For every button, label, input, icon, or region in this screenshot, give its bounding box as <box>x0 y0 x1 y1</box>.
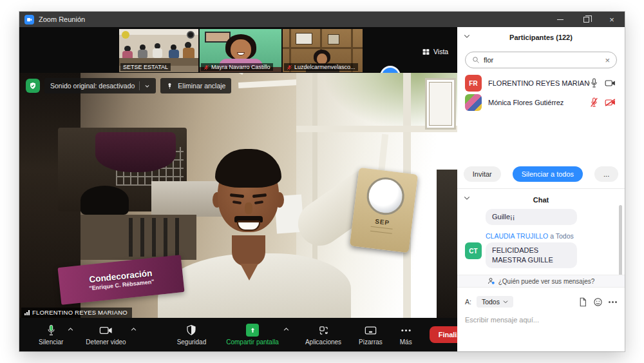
mic-on-icon <box>590 78 598 88</box>
apps-button[interactable]: Aplicaciones <box>305 324 341 346</box>
recipient-dropdown[interactable]: Todos <box>477 296 513 308</box>
pill-divider <box>139 81 140 90</box>
stop-video-button[interactable]: Detener video <box>86 324 126 346</box>
speaker-neck <box>232 235 265 266</box>
video-thumbnail-setse[interactable]: SETSE ESTATAL <box>119 29 198 72</box>
doorway-shadow <box>437 170 457 318</box>
mute-all-button[interactable]: Silenciar a todos <box>513 166 583 182</box>
chevron-down-icon <box>503 300 508 304</box>
stop-video-label: Detener video <box>86 338 126 346</box>
share-options-caret[interactable] <box>283 327 289 331</box>
collapse-chat-icon[interactable] <box>464 195 470 201</box>
muted-mic-icon <box>204 64 209 70</box>
chat-sender-to: a Todos <box>550 232 574 240</box>
mute-label: Silenciar <box>39 338 63 346</box>
participant-row[interactable]: Mónica Flores Gutiérrez <box>457 93 625 112</box>
more-label: Más <box>400 338 412 346</box>
privacy-note-text: ¿Quién puede ver sus mensajes? <box>498 278 595 285</box>
thumb2-face <box>231 39 251 60</box>
mic-options-caret[interactable] <box>68 327 73 331</box>
video-thumbnail-luz[interactable]: Luzdelcarmenvelasco... <box>283 29 363 72</box>
thumb3-cabinet-shelf <box>283 47 363 49</box>
participants-header: Participantes (122) <box>457 31 625 44</box>
avatar <box>465 94 482 111</box>
video-on-icon <box>605 79 616 87</box>
whiteboards-button[interactable]: Pizarras <box>359 324 383 346</box>
mute-button[interactable]: Silenciar <box>39 324 63 346</box>
pin-icon <box>166 83 173 90</box>
thumb1-person <box>169 50 179 59</box>
close-button[interactable]: × <box>599 12 625 27</box>
participant-row[interactable]: FR FLORENTINO REYES MARIANO <box>457 74 625 93</box>
thumb1-logo-left <box>122 31 129 39</box>
black-pot <box>80 186 129 215</box>
desktop: Zoom Reunión × SETSE ESTATAL <box>0 0 644 363</box>
video-options-caret[interactable] <box>131 327 137 331</box>
chat-scrollbar[interactable] <box>619 205 622 284</box>
privacy-note[interactable]: ¿Quién puede ver sus mensajes? <box>457 275 625 288</box>
video-thumbnail-mayra[interactable]: Mayra Navarro Castillo <box>200 29 281 72</box>
view-button-label: Vista <box>433 48 448 55</box>
invite-button[interactable]: Invitar <box>464 166 501 182</box>
chat-sender-line: CLAUDIA TRUJILLO a Todos <box>486 232 574 240</box>
speaker-nameplate: FLORENTINO REYES MARIANO <box>21 308 132 318</box>
minimize-icon <box>557 19 564 20</box>
close-icon: × <box>609 15 614 25</box>
chat-input-row <box>465 313 617 325</box>
privacy-person-icon <box>488 277 495 285</box>
participant-name: FLORENTINO REYES MARIANO <box>488 79 590 87</box>
minimize-button[interactable] <box>547 12 573 27</box>
more-button[interactable]: Más <box>400 324 412 346</box>
zoom-app-icon <box>24 15 34 25</box>
participant-search[interactable]: × <box>465 52 617 68</box>
view-button[interactable]: Vista <box>422 45 448 58</box>
main-video[interactable]: SEP Condecoración "Enrique C. Rébsamen" … <box>19 73 457 318</box>
share-screen-label: Compartir pantalla <box>226 338 279 346</box>
original-sound-pill[interactable]: Sonido original: desactivado <box>44 78 156 93</box>
search-input[interactable] <box>484 56 601 64</box>
apps-label: Aplicaciones <box>305 338 341 346</box>
to-label: A: <box>465 298 471 306</box>
whiteboards-label: Pizarras <box>359 338 383 346</box>
participant-name: Mónica Flores Gutiérrez <box>488 99 590 106</box>
more-dots-icon <box>401 324 412 337</box>
participants-more-button[interactable]: ... <box>594 166 618 182</box>
award-engraving <box>370 226 393 234</box>
section-divider <box>457 188 625 189</box>
avatar: FR <box>465 75 482 92</box>
original-sound-label: Sonido original: desactivado <box>50 82 135 90</box>
security-label: Seguridad <box>177 338 207 346</box>
file-icon[interactable] <box>578 297 587 307</box>
speaker-hair <box>215 149 281 188</box>
certificate-frame <box>425 78 456 130</box>
meeting-toolbar: Silenciar Detener video Seguridad Compar… <box>19 318 457 351</box>
maximize-icon <box>583 17 589 23</box>
chat-sender-name: CLAUDIA TRUJILLO <box>486 232 548 240</box>
shield-icon <box>186 324 196 337</box>
remove-pin-button[interactable]: Eliminar anclaje <box>160 78 231 93</box>
award-medallion <box>365 175 406 217</box>
clear-search-icon[interactable]: × <box>605 56 610 64</box>
share-screen-icon <box>246 324 259 337</box>
chat-recipient-row: A: Todos <box>465 294 617 309</box>
emoji-icon[interactable] <box>593 297 603 307</box>
thumb1-name-label: SETSE ESTATAL <box>120 63 171 71</box>
award-plaque: SEP <box>350 168 418 253</box>
thumb2-name-label: Mayra Navarro Castillo <box>201 63 273 71</box>
security-verified-icon[interactable] <box>26 79 40 93</box>
chat-input[interactable] <box>465 316 617 324</box>
title-bar[interactable]: Zoom Reunión × <box>19 12 625 27</box>
search-icon <box>472 56 480 64</box>
collapse-participants-icon[interactable] <box>464 34 470 39</box>
maximize-button[interactable] <box>573 12 599 27</box>
chat-more-icon[interactable] <box>609 301 617 303</box>
ceiling-pole <box>123 73 245 75</box>
thumb1-logo-right <box>187 31 194 39</box>
grid-view-icon <box>422 48 430 56</box>
share-screen-button[interactable]: Compartir pantalla <box>226 324 279 346</box>
security-button[interactable]: Seguridad <box>177 324 207 346</box>
signal-bars-icon <box>24 310 30 316</box>
window-title: Zoom Reunión <box>39 15 85 23</box>
thumb3-glass <box>328 34 339 44</box>
chevron-down-icon <box>144 83 150 89</box>
